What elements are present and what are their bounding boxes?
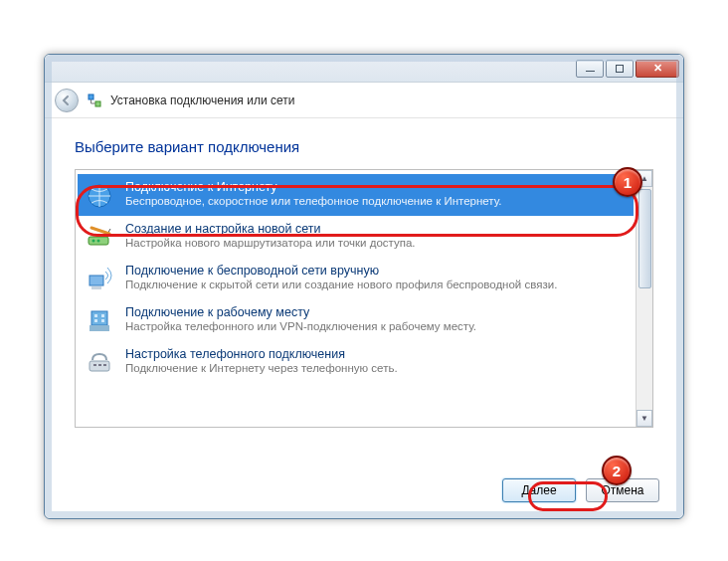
back-button[interactable] [55,89,79,112]
cancel-button[interactable]: Отмена [586,478,659,502]
option-desc: Подключение к скрытой сети или создание … [125,278,557,292]
window-title: Установка подключения или сети [110,94,294,107]
option-workplace[interactable]: Подключение к рабочему месту Настройка т… [78,299,634,341]
svg-rect-15 [93,364,96,366]
header-bar: Установка подключения или сети [45,83,683,118]
option-title: Подключение к беспроводной сети вручную [125,264,557,278]
option-wireless-manual[interactable]: Подключение к беспроводной сети вручную … [78,258,634,299]
scroll-up-button[interactable]: ▲ [637,170,652,187]
option-desc: Подключение к Интернету через телефонную… [125,361,398,376]
option-internet[interactable]: Подключение к Интернету Беспроводное, ск… [78,174,634,216]
option-new-network[interactable]: Создание и настройка новой сети Настройк… [78,216,634,258]
option-desc: Настройка нового маршрутизатора или точк… [125,236,416,251]
svg-rect-0 [89,94,93,99]
scroll-thumb[interactable] [638,189,651,288]
svg-rect-11 [94,319,97,322]
svg-rect-1 [95,101,100,106]
option-desc: Настройка телефонного или VPN-подключени… [125,319,476,334]
scrollbar[interactable]: ▲ ▼ [636,170,652,427]
svg-point-4 [92,240,95,243]
option-title: Подключение к Интернету [125,180,502,194]
content-area: Выберите вариант подключения Подключение… [45,118,683,428]
wizard-window: ✕ Установка подключения или сети Выберит… [44,54,684,519]
options-viewport: Подключение к Интернету Беспроводное, ск… [76,170,636,427]
option-dialup[interactable]: Настройка телефонного подключения Подклю… [78,341,634,383]
svg-rect-12 [101,319,104,322]
workplace-icon [84,305,115,337]
next-button[interactable]: Далее [502,478,576,502]
dialup-icon [84,347,115,379]
svg-point-5 [97,240,100,243]
titlebar: ✕ [45,55,683,83]
close-button[interactable]: ✕ [636,60,679,78]
scroll-down-button[interactable]: ▼ [637,410,652,427]
footer-buttons: Далее Отмена [502,478,659,502]
globe-icon [84,180,115,212]
svg-rect-16 [98,364,101,366]
svg-rect-13 [90,325,109,331]
svg-rect-8 [91,311,107,325]
svg-rect-9 [94,314,97,317]
maximize-button[interactable] [606,60,634,78]
option-title: Подключение к рабочему месту [125,305,476,319]
wireless-icon [84,264,115,295]
option-title: Настройка телефонного подключения [125,347,398,361]
svg-rect-17 [103,364,106,366]
connection-options-list: Подключение к Интернету Беспроводное, ск… [75,169,653,428]
svg-rect-7 [91,286,101,289]
minimize-button[interactable] [576,60,604,78]
router-icon [84,222,115,254]
instruction-text: Выберите вариант подключения [75,138,653,155]
network-wizard-icon [87,93,102,108]
svg-rect-6 [90,276,103,285]
option-desc: Беспроводное, скоростное или телефонное … [125,194,502,209]
option-title: Создание и настройка новой сети [125,222,416,236]
svg-rect-10 [101,314,104,317]
